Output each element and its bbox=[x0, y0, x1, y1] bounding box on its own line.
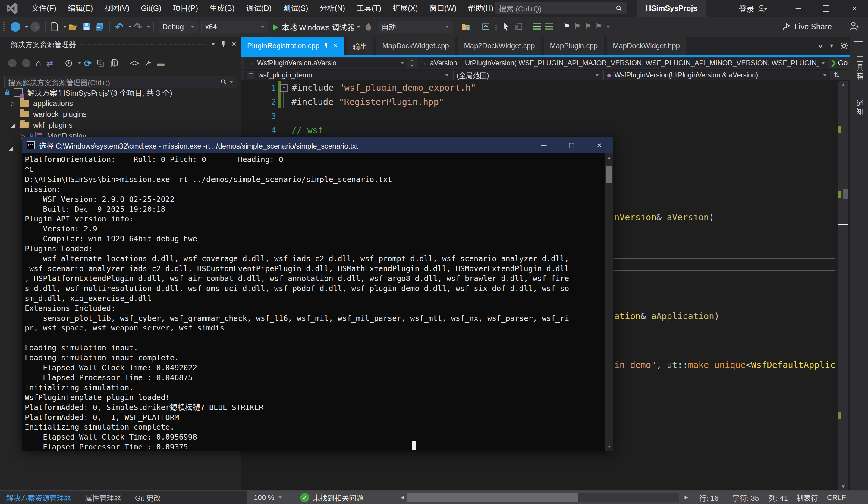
tree-item-wkf-plugins[interactable]: ◢ wkf_plugins bbox=[9, 119, 73, 130]
code-line[interactable] bbox=[280, 109, 291, 123]
pin-icon[interactable] bbox=[220, 41, 226, 47]
pending-changes-filter-button[interactable] bbox=[65, 59, 73, 67]
debug-context-right-dropdown[interactable]: →aVersion = UtPluginVersion( WSF_PLUGIN_… bbox=[416, 58, 828, 68]
close-icon[interactable]: × bbox=[333, 42, 338, 50]
toolbar-grip[interactable] bbox=[495, 23, 497, 31]
chevron-down-icon[interactable] bbox=[357, 25, 360, 28]
editor-tab[interactable]: MapDockWidget.hpp × bbox=[607, 37, 686, 55]
show-all-files-button[interactable] bbox=[110, 59, 118, 67]
tool-window-tab[interactable]: 解决方案资源管理器 bbox=[6, 492, 71, 503]
back-button[interactable]: ← bbox=[8, 59, 17, 67]
tree-item-warlock-plugins[interactable]: warlock_plugins bbox=[9, 109, 87, 119]
editor-horizontal-scrollbar[interactable] bbox=[407, 493, 679, 502]
menu-item[interactable]: 扩展(X) bbox=[387, 0, 423, 17]
cmd-console-window[interactable]: 选择 C:\Windows\system32\cmd.exe - mission… bbox=[22, 137, 613, 451]
clear-bookmarks-button[interactable]: ⚑ bbox=[595, 22, 602, 31]
split-window-icon[interactable]: ⇅ bbox=[834, 71, 840, 79]
home-icon[interactable]: ⌂ bbox=[36, 59, 41, 68]
scrollbar-thumb[interactable] bbox=[843, 189, 847, 199]
quick-search-box[interactable]: 搜索 (Ctrl+Q) bbox=[495, 2, 627, 14]
scroll-tabs-icon[interactable]: « bbox=[819, 42, 823, 50]
tree-item-solution[interactable]: 解决方案"HSimSysProjs"(3 个项目, 共 3 个) bbox=[4, 87, 172, 98]
menu-item[interactable]: Git(G) bbox=[135, 0, 167, 17]
window-layout-icon[interactable] bbox=[854, 41, 862, 51]
toggle-bookmark-button[interactable]: ⚑ bbox=[563, 22, 570, 31]
chevron-down-icon[interactable] bbox=[128, 25, 132, 28]
menu-item[interactable]: 窗口(W) bbox=[423, 0, 462, 17]
zoom-level-dropdown[interactable]: 100 % bbox=[254, 493, 282, 502]
view-code-button[interactable]: <> bbox=[130, 59, 138, 68]
scroll-down-icon[interactable]: ▼ bbox=[838, 484, 848, 490]
tab-notifications[interactable]: 通知 bbox=[854, 99, 865, 116]
menu-item[interactable]: 工具(T) bbox=[351, 0, 387, 17]
navigate-back-button[interactable]: ← bbox=[11, 22, 20, 32]
scroll-left-icon[interactable]: ◄ bbox=[400, 494, 405, 501]
tree-item-applications[interactable]: ▷ applications bbox=[9, 98, 73, 109]
editor-tab[interactable]: 输出 × bbox=[347, 37, 373, 55]
console-title-bar[interactable]: 选择 C:\Windows\system32\cmd.exe - mission… bbox=[22, 137, 613, 153]
fold-collapse-icon[interactable] bbox=[280, 84, 288, 92]
code-health-indicator[interactable]: ✓ 未找到相关问题 bbox=[300, 492, 363, 503]
sort-ascending-button[interactable] bbox=[533, 23, 541, 31]
sort-descending-button[interactable] bbox=[545, 23, 553, 31]
hot-reload-icon[interactable] bbox=[365, 23, 372, 31]
preview-selected-items-button[interactable]: ▬ bbox=[157, 59, 165, 67]
scope-dropdown[interactable]: (全局范围) bbox=[453, 70, 602, 80]
start-debugging-button[interactable]: 本地 Windows 调试器 bbox=[282, 21, 354, 32]
chevron-down-icon[interactable] bbox=[25, 25, 28, 28]
start-debugging-icon[interactable]: ▶ bbox=[273, 22, 279, 31]
tab-list-dropdown-icon[interactable]: ▼ bbox=[829, 43, 834, 49]
minimize-button[interactable]: ─ bbox=[534, 137, 553, 153]
close-icon[interactable]: × bbox=[232, 40, 236, 49]
solution-search-box[interactable]: 搜索解决方案资源管理器(Ctrl+;) bbox=[4, 76, 237, 88]
forward-button[interactable]: → bbox=[22, 59, 30, 67]
code-line[interactable]: #include "RegisterPlugin.hpp" bbox=[280, 95, 444, 109]
toolbar-grip[interactable] bbox=[3, 22, 5, 32]
menu-item[interactable]: 生成(B) bbox=[204, 0, 240, 17]
scroll-right-icon[interactable]: ► bbox=[683, 494, 689, 501]
menu-item[interactable]: 帮助(H) bbox=[462, 0, 499, 17]
redo-button[interactable]: ↷ bbox=[134, 22, 143, 31]
panel-drag-grip[interactable] bbox=[81, 42, 206, 45]
live-share-button[interactable]: Live Share bbox=[782, 17, 832, 37]
previous-bookmark-button[interactable]: ⚑ bbox=[574, 22, 581, 31]
tool-window-tab[interactable]: 属性管理器 bbox=[85, 492, 121, 503]
window-position-dropdown[interactable] bbox=[211, 43, 215, 45]
editor-tab[interactable]: Map2DockWidget.cpp × bbox=[458, 37, 541, 55]
menu-item[interactable]: 视图(V) bbox=[99, 0, 135, 17]
close-button[interactable]: × bbox=[590, 137, 609, 153]
solution-name-badge[interactable]: HSimSysProjs bbox=[637, 0, 706, 17]
collapse-all-button[interactable] bbox=[97, 59, 105, 67]
debug-context-left-dropdown[interactable]: →WsfPluginVersion.aVersio bbox=[244, 58, 407, 68]
chevron-down-icon[interactable] bbox=[229, 81, 233, 83]
pin-icon[interactable] bbox=[324, 43, 329, 49]
menu-item[interactable]: 调试(D) bbox=[240, 0, 277, 17]
home-window-button[interactable] bbox=[482, 23, 490, 31]
open-file-button[interactable] bbox=[69, 23, 79, 31]
menu-item[interactable]: 文件(F) bbox=[26, 0, 62, 17]
console-body[interactable]: PlatformOrientation: Roll: 0 Pitch: 0 He… bbox=[22, 153, 613, 451]
sync-with-active-document-button[interactable]: ⇄ bbox=[46, 59, 53, 68]
code-line[interactable]: #include "wsf_plugin_demo_export.h" bbox=[280, 81, 476, 95]
editor-tab[interactable]: MapDockWidget.cpp × bbox=[376, 37, 455, 55]
chevron-down-icon[interactable] bbox=[147, 25, 151, 28]
find-in-files-button[interactable] bbox=[462, 23, 471, 31]
scroll-up-icon[interactable]: ▲ bbox=[605, 155, 613, 160]
select-pointer-button[interactable] bbox=[503, 23, 510, 31]
tab-toolbox[interactable]: 工具箱 bbox=[854, 55, 865, 81]
add-user-icon[interactable] bbox=[849, 21, 859, 31]
context-spinner[interactable]: ▲▼ bbox=[407, 58, 416, 68]
go-button[interactable]: ❯ Go bbox=[831, 59, 847, 67]
project-dropdown[interactable]: wsf_plugin_demo bbox=[244, 70, 452, 80]
chevron-down-icon[interactable] bbox=[606, 25, 610, 28]
menu-item[interactable]: 测试(S) bbox=[277, 0, 314, 17]
maximize-button[interactable]: □ bbox=[562, 137, 581, 153]
editor-tab[interactable]: MapPlugin.cpp × bbox=[544, 37, 604, 55]
scroll-up-icon[interactable]: ▲ bbox=[838, 82, 848, 88]
chevron-down-icon[interactable] bbox=[63, 25, 66, 28]
menu-item[interactable]: 分析(N) bbox=[314, 0, 351, 17]
tool-window-tab[interactable]: Git 更改 bbox=[135, 492, 161, 503]
solution-configurations-dropdown[interactable]: Debug bbox=[158, 21, 198, 33]
save-button[interactable] bbox=[83, 23, 91, 31]
tree-expand-arrow-partial[interactable]: ◢ bbox=[7, 143, 14, 154]
